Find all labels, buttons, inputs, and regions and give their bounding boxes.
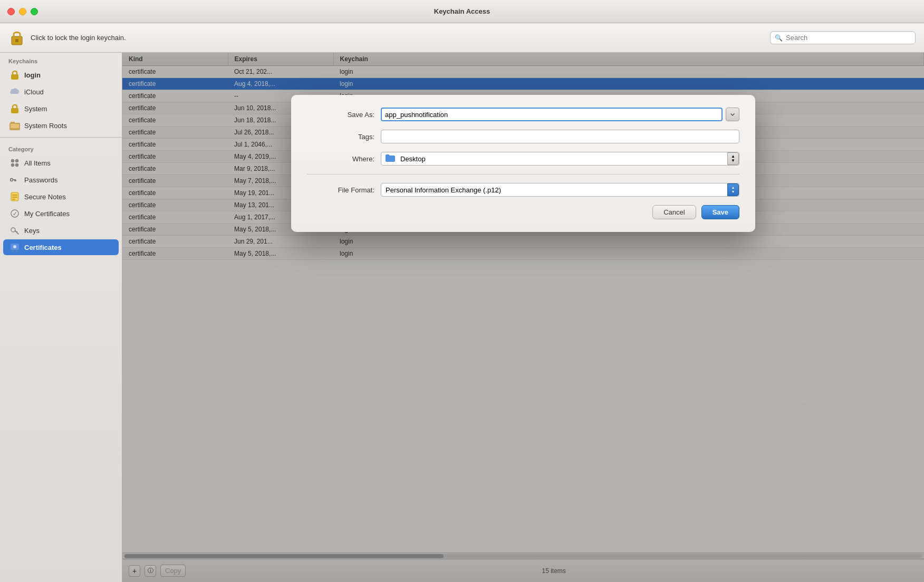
- main-pane: Kind Expires Keychain certificate Oct 21…: [122, 53, 924, 582]
- close-button[interactable]: [7, 8, 15, 15]
- category-label: Category: [0, 141, 122, 154]
- minimize-button[interactable]: [19, 8, 26, 15]
- sidebar-item-label: System Roots: [24, 122, 67, 130]
- search-icon: 🔍: [775, 34, 783, 42]
- toolbar-message: Click to lock the login keychain.: [31, 34, 126, 42]
- sidebar-item-system-roots[interactable]: System Roots: [3, 118, 119, 133]
- sidebar-item-label: System: [24, 105, 47, 113]
- svg-point-10: [15, 163, 18, 167]
- sidebar-item-label: All Items: [24, 159, 51, 167]
- lock-area: Click to lock the login keychain.: [8, 28, 764, 47]
- sidebar-item-label: iCloud: [24, 88, 44, 96]
- sidebar-item-login[interactable]: login: [3, 67, 119, 83]
- svg-rect-5: [11, 122, 15, 124]
- where-value: Desktop: [400, 155, 426, 163]
- sidebar-item-label: login: [24, 71, 41, 79]
- sidebar-item-keys[interactable]: Keys: [3, 222, 119, 238]
- svg-rect-16: [12, 195, 17, 196]
- sidebar-item-label: Certificates: [24, 244, 62, 251]
- modal-buttons: Cancel Save: [307, 205, 739, 219]
- sidebar-item-system[interactable]: System: [3, 101, 119, 117]
- svg-rect-18: [12, 199, 15, 200]
- titlebar: Keychain Access: [0, 0, 924, 23]
- passwords-icon: [9, 174, 20, 185]
- format-value: Personal Information Exchange (.p12): [386, 186, 501, 194]
- format-row: File Format: Personal Information Exchan…: [307, 183, 739, 197]
- svg-text:✓: ✓: [13, 211, 17, 217]
- stepper-down: ▼: [731, 159, 735, 163]
- folder-icon: [386, 154, 395, 163]
- svg-point-11: [11, 179, 13, 181]
- where-row: Where: Desktop ▲ ▼: [307, 152, 739, 166]
- secure-notes-icon: [9, 191, 20, 202]
- svg-rect-26: [15, 250, 18, 252]
- svg-point-7: [11, 159, 14, 162]
- icloud-icon: [9, 86, 20, 97]
- maximize-button[interactable]: [31, 8, 38, 15]
- sidebar-item-my-certificates[interactable]: ✓ My Certificates: [3, 206, 119, 221]
- svg-point-21: [11, 228, 15, 232]
- search-box[interactable]: 🔍: [770, 31, 916, 44]
- all-items-icon: [9, 158, 20, 168]
- window-controls: [7, 8, 38, 15]
- sidebar-item-secure-notes[interactable]: Secure Notes: [3, 189, 119, 205]
- app-title: Keychain Access: [434, 7, 490, 15]
- sidebar-item-passwords[interactable]: Passwords: [3, 172, 119, 188]
- login-keychain-icon: [9, 70, 20, 80]
- modal-overlay: Save As: Tags:: [122, 53, 924, 582]
- my-certificates-icon: ✓: [9, 208, 20, 219]
- sidebar-item-all-items[interactable]: All Items: [3, 155, 119, 171]
- certificates-icon: [9, 242, 20, 253]
- format-select[interactable]: Personal Information Exchange (.p12) ▲ ▼: [381, 183, 739, 197]
- svg-rect-3: [11, 108, 18, 113]
- svg-rect-25: [12, 250, 14, 252]
- save-as-input[interactable]: [381, 108, 723, 121]
- svg-rect-2: [11, 74, 18, 80]
- search-input[interactable]: [786, 34, 902, 42]
- where-label: Where:: [307, 155, 381, 163]
- sidebar-item-icloud[interactable]: iCloud: [3, 84, 119, 100]
- svg-point-8: [15, 159, 18, 162]
- sidebar: Keychains login iCloud: [0, 53, 122, 582]
- keys-icon: [9, 225, 20, 236]
- sidebar-item-label: Secure Notes: [24, 193, 66, 201]
- sidebar-item-label: Passwords: [24, 176, 58, 184]
- sidebar-item-certificates[interactable]: Certificates: [3, 239, 119, 255]
- modal-separator: [307, 174, 739, 174]
- export-modal: Save As: Tags:: [291, 95, 755, 232]
- format-stepper[interactable]: ▲ ▼: [727, 183, 739, 196]
- system-keychain-icon: [9, 103, 20, 114]
- svg-rect-17: [12, 197, 17, 198]
- tags-input[interactable]: [381, 130, 739, 143]
- tags-row: Tags:: [307, 130, 739, 143]
- where-stepper[interactable]: ▲ ▼: [727, 152, 739, 165]
- where-select[interactable]: Desktop ▲ ▼: [381, 152, 739, 166]
- format-label: File Format:: [307, 186, 381, 194]
- lock-icon[interactable]: [8, 28, 25, 47]
- cancel-button[interactable]: Cancel: [652, 205, 696, 219]
- tags-label: Tags:: [307, 133, 381, 141]
- svg-point-27: [13, 245, 16, 248]
- keychains-label: Keychains: [0, 53, 122, 66]
- disclosure-button[interactable]: [726, 108, 739, 121]
- sidebar-item-label: Keys: [24, 227, 40, 235]
- save-as-row: Save As:: [307, 108, 739, 121]
- system-roots-icon: [9, 120, 20, 131]
- svg-rect-6: [11, 124, 19, 128]
- svg-point-9: [11, 163, 14, 167]
- sidebar-divider: [0, 137, 122, 138]
- sidebar-item-label: My Certificates: [24, 210, 70, 218]
- toolbar: Click to lock the login keychain. 🔍: [0, 23, 924, 53]
- save-button[interactable]: Save: [701, 205, 739, 219]
- save-as-label: Save As:: [307, 111, 381, 119]
- svg-rect-1: [15, 39, 18, 42]
